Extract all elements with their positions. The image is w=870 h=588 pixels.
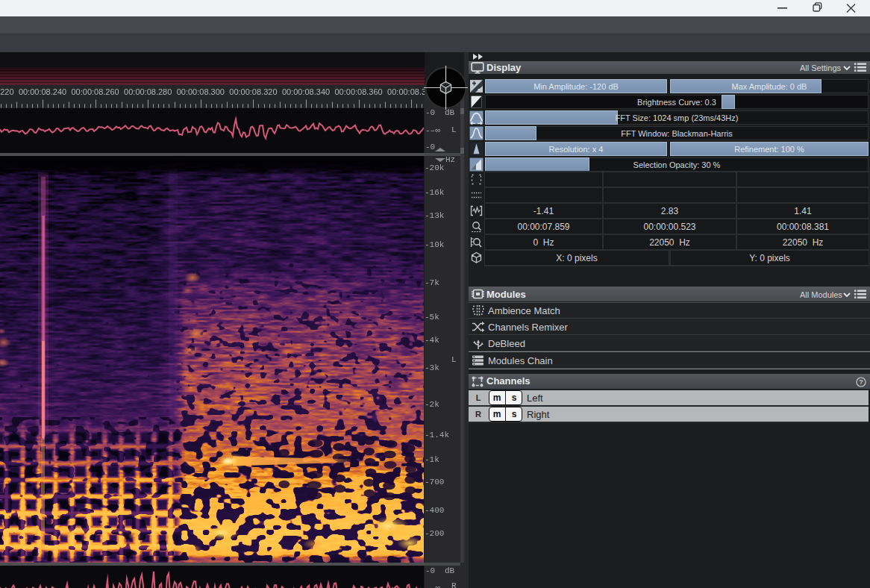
svg-text:?: ?: [859, 378, 863, 386]
